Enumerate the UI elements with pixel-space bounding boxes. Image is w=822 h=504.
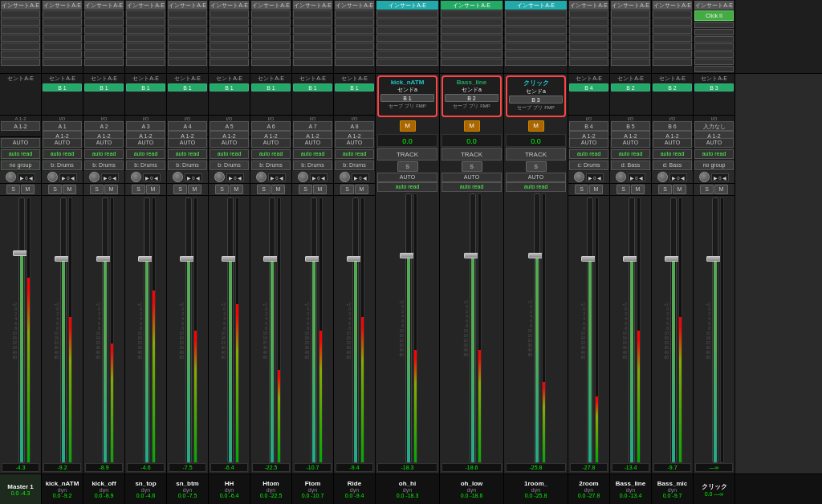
insert-slot-click-0[interactable] [694, 22, 734, 28]
auto-mode-Htom[interactable]: auto read [251, 149, 291, 159]
auto-mode-click[interactable]: auto read [694, 149, 734, 159]
insert-slot-sn_top-6[interactable] [126, 59, 165, 66]
pan-knob-HH[interactable] [214, 172, 225, 182]
insert-slot-kick_off-2[interactable] [84, 26, 124, 34]
insert-slot-kick_off-4[interactable] [84, 43, 124, 50]
insert-slot-kick_nATM-6[interactable] [43, 59, 82, 66]
insert-slot-Bass_mic-6[interactable] [653, 59, 692, 66]
insert-header-sn_btm[interactable]: インサートA-E [168, 1, 207, 10]
insert-slot-click-4[interactable] [694, 51, 734, 58]
insert-slot-1room-4[interactable] [505, 43, 567, 50]
insert-slot-click-5[interactable] [694, 59, 734, 65]
mute-button-oh_hi[interactable]: M [400, 120, 416, 132]
insert-slot-Ftom-2[interactable] [293, 26, 332, 34]
mute-button-click[interactable]: M [714, 185, 728, 194]
insert-slot-kick_nATM-5[interactable] [43, 51, 82, 58]
auto-mode-2room[interactable]: auto read [569, 149, 608, 159]
insert-header-Ride[interactable]: インサートA-E [335, 1, 374, 10]
io-value1-Bass_mic[interactable]: B 6 [653, 121, 692, 131]
insert-slot-2room-0[interactable] [569, 10, 608, 18]
send-slot-Bass_mic[interactable]: B 2 [653, 83, 692, 91]
insert-slot-Htom-0[interactable] [251, 10, 291, 18]
group-Htom[interactable]: b: Drums [251, 161, 291, 170]
send-slot-Ride[interactable]: B 1 [335, 83, 374, 91]
send-slot-sn_btm[interactable]: B 1 [168, 83, 207, 91]
insert-header-master[interactable]: インサートA-E [1, 1, 40, 10]
mute-button-Ftom[interactable]: M [313, 185, 327, 194]
insert-slot-2room-5[interactable] [569, 51, 608, 58]
fader-track-oh_hi[interactable] [405, 193, 412, 463]
send-slot-2room[interactable]: B 4 [569, 83, 608, 91]
insert-slot-Ftom-5[interactable] [293, 51, 332, 58]
auto-mode-Bass_line[interactable]: auto read [611, 149, 650, 159]
solo-button-Bass_line[interactable]: S [616, 185, 630, 194]
insert-slot-sn_btm-4[interactable] [168, 43, 207, 50]
auto-mode-master[interactable]: auto read [1, 149, 40, 159]
insert-slot-1room-6[interactable] [505, 59, 567, 66]
insert-slot-Bass_line-6[interactable] [611, 59, 650, 66]
auto-Bass_line[interactable]: AUTO [611, 138, 650, 148]
insert-slot-kick_off-0[interactable] [84, 10, 124, 18]
insert-slot-sn_top-5[interactable] [126, 51, 165, 58]
insert-slot-kick_off-1[interactable] [84, 18, 124, 26]
insert-slot-oh_low-4[interactable] [441, 43, 503, 50]
solo-button-Bass_mic[interactable]: S [658, 185, 672, 194]
mute-button-sn_btm[interactable]: M [188, 185, 201, 194]
insert-slot-master-3[interactable] [1, 35, 40, 42]
fader-track-sn_btm[interactable] [185, 197, 192, 463]
insert-slot-sn_top-2[interactable] [126, 26, 165, 34]
send-slot-click[interactable]: B 3 [694, 83, 734, 91]
fader-track-master[interactable] [18, 197, 25, 463]
insert-slot-click-3[interactable] [694, 43, 734, 50]
insert-slot-oh_low-3[interactable] [441, 35, 503, 42]
insert-slot-Bass_line-1[interactable] [611, 18, 650, 26]
insert-header-oh_low[interactable]: インサートA-E [441, 1, 503, 10]
mute-button-oh_low[interactable]: M [464, 120, 480, 132]
insert-slot-oh_hi-1[interactable] [376, 18, 438, 26]
insert-slot-Bass_mic-4[interactable] [653, 43, 692, 50]
insert-slot-oh_low-1[interactable] [441, 18, 503, 26]
pan-knob-Ftom[interactable] [298, 172, 308, 182]
insert-slot-oh_hi-0[interactable] [376, 10, 438, 18]
insert-slot-kick_nATM-4[interactable] [43, 43, 82, 50]
insert-header-Htom[interactable]: インサートA-E [251, 1, 291, 10]
insert-slot-HH-0[interactable] [210, 10, 249, 18]
insert-slot-Bass_line-3[interactable] [611, 35, 650, 42]
insert-slot-1room-3[interactable] [505, 35, 567, 42]
insert-slot-1room-1[interactable] [505, 18, 567, 26]
click-ii-button[interactable]: Click II [694, 10, 734, 21]
fader-track-Bass_line[interactable] [629, 197, 635, 463]
s-button-oh_low[interactable]: S [462, 161, 482, 172]
mute-button-sn_top[interactable]: M [146, 185, 160, 194]
auto-master[interactable]: AUTO [1, 138, 40, 148]
insert-slot-HH-4[interactable] [210, 43, 249, 50]
solo-button-kick_off[interactable]: S [90, 185, 104, 194]
insert-slot-sn_btm-5[interactable] [168, 51, 207, 58]
auto-kick_off[interactable]: AUTO [84, 138, 124, 148]
mute-button-Ride[interactable]: M [355, 185, 368, 194]
pan-knob-Bass_mic[interactable] [657, 172, 668, 182]
track-label-oh_low[interactable]: TRACK [442, 148, 502, 161]
solo-button-sn_top[interactable]: S [132, 185, 145, 194]
io-value1-kick_off[interactable]: A 2 [84, 121, 124, 131]
insert-slot-Ftom-3[interactable] [293, 35, 332, 42]
auto-2room[interactable]: AUTO [569, 138, 608, 148]
fader-track-Ride[interactable] [352, 197, 359, 463]
io-value1-Bass_line[interactable]: B 5 [611, 121, 650, 131]
insert-slot-click-2[interactable] [694, 36, 734, 43]
auto-Htom[interactable]: AUTO [251, 138, 291, 148]
insert-slot-kick_off-5[interactable] [84, 51, 124, 58]
insert-slot-Ride-4[interactable] [335, 43, 374, 50]
solo-button-Htom[interactable]: S [257, 185, 271, 194]
mute-button-kick_off[interactable]: M [104, 185, 118, 194]
insert-slot-sn_btm-3[interactable] [168, 35, 207, 42]
io-value1-click[interactable]: 入力なし [694, 121, 734, 131]
insert-slot-Bass_mic-5[interactable] [653, 51, 692, 58]
io-value1-2room[interactable]: B 4 [569, 121, 608, 131]
insert-slot-1room-0[interactable] [505, 10, 567, 18]
auto-sn_btm[interactable]: AUTO [168, 138, 207, 148]
auto-kick_nATM[interactable]: AUTO [43, 138, 82, 148]
group-kick_off[interactable]: b: Drums [84, 161, 124, 170]
insert-slot-sn_btm-0[interactable] [168, 10, 207, 18]
auto-mode-kick_off[interactable]: auto read [84, 149, 124, 159]
